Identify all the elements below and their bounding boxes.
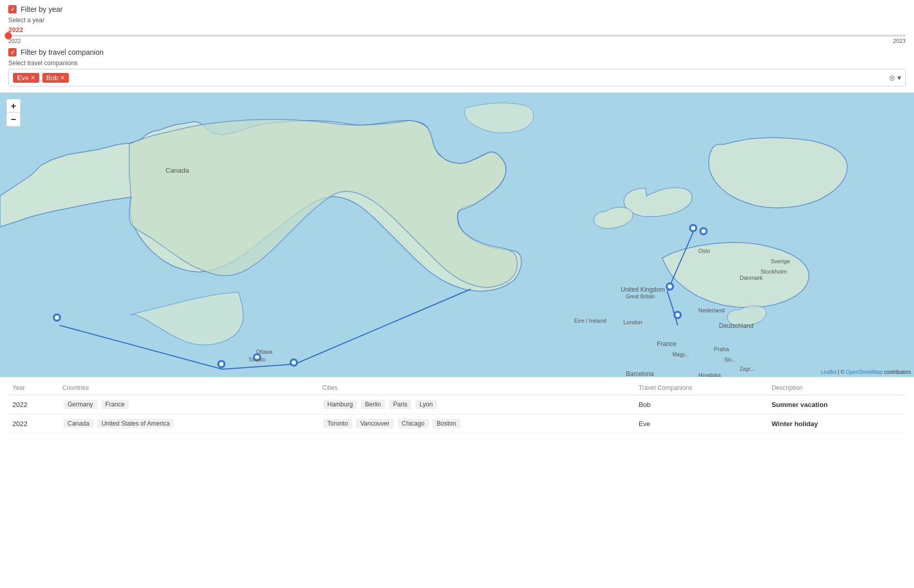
year-slider-container[interactable] [8, 35, 906, 37]
tag-bob-remove[interactable]: × [61, 74, 65, 81]
svg-text:United Kingdom: United Kingdom [621, 286, 665, 293]
svg-text:Praha: Praha [714, 346, 729, 352]
year-filter-label: Filter by year [21, 5, 63, 13]
svg-text:Hrvatska: Hrvatska [698, 372, 721, 377]
svg-text:Barcelona: Barcelona [626, 370, 654, 377]
map-svg: Canada United States Los Angeles Phoenix… [0, 93, 914, 377]
companion-filter-checkbox[interactable] [8, 48, 17, 56]
city-tag-hamburg: Hamburg [323, 400, 357, 409]
col-description: Description [768, 381, 906, 395]
tag-eve: Eve × [13, 73, 39, 83]
country-tag-germany: Germany [64, 400, 97, 409]
country-tag-france: France [101, 400, 129, 409]
table-header: Year Countries Cities Travel Companions … [8, 381, 906, 395]
year-filter-row: Filter by year [8, 5, 906, 13]
map-container[interactable]: + − [0, 93, 914, 377]
svg-text:Ottawa: Ottawa [256, 349, 273, 355]
col-year: Year [8, 381, 58, 395]
svg-point-16 [676, 313, 680, 317]
pin-berlin [699, 227, 708, 235]
leaflet-link[interactable]: Leaflet [821, 369, 836, 375]
row1-countries: Germany France [58, 395, 318, 414]
country-tag-usa: United States of America [97, 419, 174, 428]
companion-tags-container[interactable]: Eve × Bob × ⊗ ▾ [8, 69, 906, 86]
svg-text:Sverige: Sverige [771, 258, 790, 264]
svg-text:France: France [657, 340, 677, 348]
svg-text:Deutschland: Deutschland [719, 322, 754, 329]
map-attribution: Leaflet | © OpenStreetMap contributors [821, 369, 911, 375]
pin-hamburg [689, 224, 697, 232]
zoom-in-button[interactable]: + [7, 99, 20, 113]
svg-point-6 [292, 360, 296, 365]
pin-chicago [217, 360, 226, 368]
svg-text:Oslo: Oslo [698, 248, 710, 254]
companion-select-label: Select travel companions [8, 59, 906, 67]
col-companions: Travel Companions [635, 381, 768, 395]
city-tag-toronto: Toronto [323, 419, 352, 428]
svg-text:Danmark: Danmark [740, 275, 763, 281]
svg-text:London: London [623, 319, 642, 325]
year-select-label: Select a year [8, 17, 906, 24]
row2-description: Winter holiday [768, 414, 906, 433]
filters-section: Filter by year Select a year 2022 2022 2… [0, 0, 914, 93]
svg-point-12 [701, 229, 706, 233]
row1-cities: Hamburg Berlin Paris Lyon [318, 395, 635, 414]
table-header-row: Year Countries Cities Travel Companions … [8, 381, 906, 395]
pin-boston [290, 358, 298, 367]
table-row: 2022 Canada United States of America Tor… [8, 414, 906, 433]
year-slider-thumb[interactable] [5, 32, 12, 39]
year-max-label: 2023 [893, 38, 906, 44]
city-tag-boston: Boston [432, 419, 460, 428]
zoom-out-button[interactable]: − [7, 113, 20, 126]
tag-bob-label: Bob [47, 74, 58, 82]
svg-point-14 [668, 284, 672, 289]
companion-filter-row: Filter by travel companion [8, 48, 906, 56]
svg-point-4 [219, 362, 223, 366]
svg-point-2 [55, 315, 59, 320]
trips-table: Year Countries Cities Travel Companions … [8, 381, 906, 433]
col-cities: Cities [318, 381, 635, 395]
svg-text:Nederland: Nederland [698, 307, 725, 313]
companion-tags-inner: Eve × Bob × [13, 73, 901, 83]
country-tag-canada: Canada [64, 419, 94, 428]
osm-attribution: | © OpenStreetMap contributors [838, 369, 911, 375]
year-slider-labels: 2022 2023 [8, 38, 906, 44]
col-countries: Countries [58, 381, 318, 395]
svg-text:Eire / Ireland: Eire / Ireland [574, 318, 606, 324]
row1-companions: Bob [635, 395, 768, 414]
pin-lyon [673, 311, 682, 319]
row1-description: Summer vacation [768, 395, 906, 414]
tags-controls: ⊗ ▾ [889, 73, 901, 83]
city-tag-paris: Paris [389, 400, 411, 409]
row1-year: 2022 [8, 395, 58, 414]
svg-text:Slo...: Slo... [724, 357, 736, 363]
row2-cities: Toronto Vancouver Chicago Boston [318, 414, 635, 433]
svg-text:Canada: Canada [166, 167, 189, 174]
companion-filter-label: Filter by travel companion [21, 48, 103, 56]
table-body: 2022 Germany France Hamburg Berlin Paris… [8, 395, 906, 433]
tags-chevron-icon[interactable]: ▾ [897, 73, 901, 82]
pin-vancouver [53, 313, 61, 322]
osm-link[interactable]: OpenStreetMap [846, 369, 882, 375]
row2-companions: Eve [635, 414, 768, 433]
tag-eve-label: Eve [17, 74, 28, 82]
city-tag-vancouver: Vancouver [356, 419, 393, 428]
row2-year: 2022 [8, 414, 58, 433]
svg-text:Zagr...: Zagr... [740, 366, 754, 372]
svg-text:Stockholm: Stockholm [760, 268, 787, 275]
svg-text:Toronto: Toronto [248, 357, 266, 363]
year-filter-checkbox[interactable] [8, 5, 17, 13]
tags-clear-icon[interactable]: ⊗ [889, 73, 895, 83]
map-controls: + − [6, 99, 21, 127]
year-current-value: 2022 [8, 26, 906, 34]
tag-eve-remove[interactable]: × [31, 74, 35, 81]
city-tag-chicago: Chicago [398, 419, 429, 428]
tag-bob: Bob × [42, 73, 69, 83]
table-section: Year Countries Cities Travel Companions … [0, 381, 914, 442]
svg-text:Great Britain: Great Britain [626, 294, 655, 299]
year-slider-track [8, 35, 906, 37]
pin-paris [666, 282, 674, 291]
table-row: 2022 Germany France Hamburg Berlin Paris… [8, 395, 906, 414]
city-tag-berlin: Berlin [361, 400, 385, 409]
svg-point-10 [691, 226, 695, 230]
